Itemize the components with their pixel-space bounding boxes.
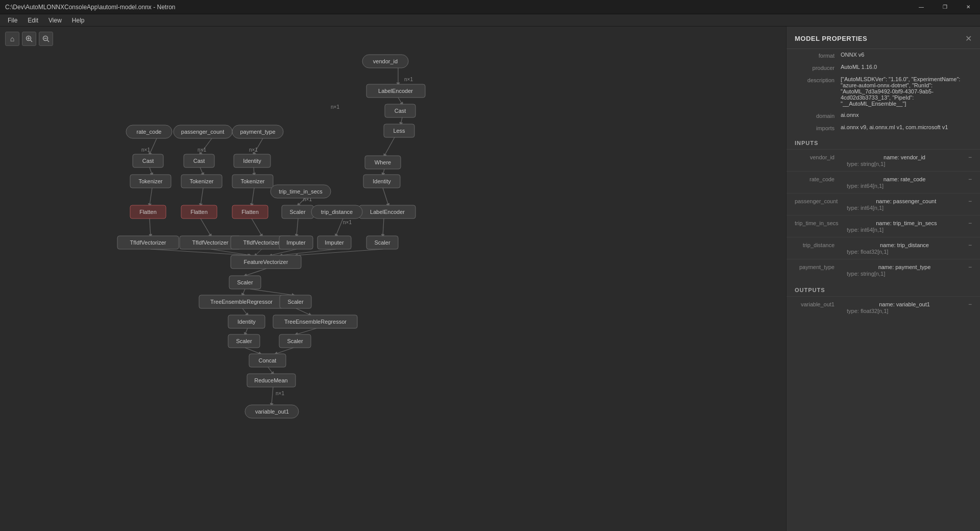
svg-text:Tokenizer: Tokenizer [189, 178, 213, 184]
input-rate-code-expand[interactable]: − [968, 176, 972, 183]
svg-line-22 [252, 188, 254, 205]
svg-line-35 [245, 269, 266, 276]
input-vendor-id-expand[interactable]: − [968, 154, 972, 161]
svg-text:Scaler: Scaler [236, 338, 252, 344]
input-vendor-id-name: name: vendor_id [884, 154, 925, 160]
svg-line-23 [150, 219, 151, 236]
svg-line-28 [336, 219, 343, 236]
sidebar-title: MODEL PROPERTIES [795, 35, 867, 42]
input-passenger-count-type: type: int64[n,1] [795, 205, 972, 213]
svg-line-13 [383, 219, 384, 236]
toolbar: ⌂ [5, 32, 53, 46]
svg-line-12 [383, 188, 388, 205]
input-payment-type-type: type: string[n,1] [795, 271, 972, 279]
input-rate-code[interactable]: rate_code name: rate_code − type: int64[… [787, 171, 980, 193]
input-passenger-count-name: name: passenger_count [876, 198, 936, 204]
svg-text:n×1: n×1 [141, 147, 150, 153]
input-passenger-count[interactable]: passenger_count name: passenger_count − … [787, 193, 980, 215]
svg-text:Flatten: Flatten [241, 209, 259, 215]
graph-area[interactable]: ⌂ [0, 27, 786, 531]
svg-text:n×1: n×1 [276, 391, 284, 396]
svg-text:n×1: n×1 [343, 220, 352, 225]
svg-text:Cast: Cast [193, 158, 205, 164]
svg-text:TfIdfVectorizer: TfIdfVectorizer [243, 239, 280, 246]
menu-edit[interactable]: Edit [22, 14, 43, 27]
svg-line-24 [201, 219, 211, 236]
svg-text:Scaler: Scaler [287, 338, 303, 344]
input-payment-type-expand[interactable]: − [968, 263, 972, 271]
input-rate-code-name: name: rate_code [884, 176, 926, 182]
svg-line-14 [150, 138, 157, 154]
minimize-button[interactable]: — [910, 0, 933, 14]
prop-domain: domain ai.onnx [787, 109, 980, 122]
svg-line-27 [297, 219, 298, 236]
svg-text:passenger_count: passenger_count [181, 129, 224, 135]
prop-producer: producer AutoML 1.16.0 [787, 61, 980, 74]
svg-line-44 [268, 367, 273, 374]
prop-imports: imports ai.onnx v9, ai.onnx.ml v1, com.m… [787, 122, 980, 134]
svg-text:n×1: n×1 [249, 147, 258, 153]
svg-text:Scaler: Scaler [237, 279, 253, 285]
sidebar-close-button[interactable]: ✕ [965, 34, 972, 43]
input-trip-time-type: type: int64[n,1] [795, 227, 972, 235]
close-window-button[interactable]: ✕ [957, 0, 980, 14]
prop-imports-value: ai.onnx v9, ai.onnx.ml v1, com.microsoft… [841, 124, 972, 131]
prop-domain-value: ai.onnx [841, 112, 972, 119]
svg-line-45 [272, 387, 273, 405]
svg-text:Tokenizer: Tokenizer [240, 178, 264, 184]
svg-text:Where: Where [375, 159, 391, 165]
svg-text:n×1: n×1 [331, 104, 339, 110]
output-variable-out1-type: type: float32[n,1] [795, 308, 972, 316]
menu-file[interactable]: File [3, 14, 22, 27]
svg-line-39 [296, 308, 310, 315]
svg-text:Identity: Identity [373, 178, 391, 184]
svg-line-25 [252, 219, 262, 236]
zoom-in-button[interactable] [22, 32, 36, 46]
prop-description-value: ["AutoMLSDKVer": "1.16.0", "ExperimentNa… [841, 76, 972, 107]
input-payment-type-label: payment_type [795, 264, 841, 270]
svg-text:n×1: n×1 [404, 77, 413, 82]
input-payment-type[interactable]: payment_type name: payment_type − type: … [787, 259, 980, 281]
prop-producer-label: producer [795, 64, 841, 71]
svg-text:Scaler: Scaler [287, 299, 304, 305]
output-variable-out1-expand[interactable]: − [968, 301, 972, 308]
input-trip-time-expand[interactable]: − [968, 220, 972, 227]
svg-text:Imputer: Imputer [286, 239, 306, 246]
input-vendor-id-label: vendor_id [795, 154, 841, 160]
svg-text:Identity: Identity [243, 158, 261, 164]
svg-text:Tokenizer: Tokenizer [138, 178, 162, 184]
input-passenger-count-expand[interactable]: − [968, 198, 972, 205]
svg-line-17 [150, 167, 152, 175]
input-trip-time[interactable]: trip_time_in_secs name: trip_time_in_sec… [787, 215, 980, 237]
output-variable-out1-name: name: variable_out1 [879, 301, 930, 307]
svg-text:Concat: Concat [259, 357, 277, 364]
svg-line-43 [276, 348, 293, 354]
input-vendor-id[interactable]: vendor_id name: vendor_id − type: string… [787, 149, 980, 171]
svg-text:ReduceMean: ReduceMean [254, 377, 287, 383]
svg-text:Scaler: Scaler [374, 239, 390, 246]
svg-line-1 [31, 40, 33, 42]
home-button[interactable]: ⌂ [5, 32, 19, 46]
svg-text:TreeEnsembleRegressor: TreeEnsembleRegressor [210, 299, 273, 305]
zoom-out-button[interactable] [39, 32, 53, 46]
restore-button[interactable]: ❐ [933, 0, 957, 14]
menu-view[interactable]: View [43, 14, 67, 27]
input-rate-code-label: rate_code [795, 176, 841, 182]
svg-text:TreeEnsembleRegressor: TreeEnsembleRegressor [284, 319, 347, 325]
prop-producer-value: AutoML 1.16.0 [841, 64, 972, 71]
input-rate-code-type: type: int64[n,1] [795, 183, 972, 191]
title-text: C:\Dev\AutoMLONNXConsoleApp\automl-model… [5, 4, 175, 11]
prop-format: format ONNX v6 [787, 49, 980, 61]
input-trip-distance-expand[interactable]: − [968, 242, 972, 249]
svg-line-18 [200, 167, 203, 175]
input-trip-distance-type: type: float32[n,1] [795, 249, 972, 257]
input-trip-distance[interactable]: trip_distance name: trip_distance − type… [787, 237, 980, 259]
svg-text:payment_type: payment_type [240, 129, 275, 135]
svg-line-19 [254, 167, 254, 175]
svg-text:LabelEncoder: LabelEncoder [378, 88, 413, 94]
svg-line-9 [401, 117, 402, 124]
menu-help[interactable]: Help [67, 14, 90, 27]
svg-text:Identity: Identity [237, 319, 256, 325]
output-variable-out1[interactable]: variable_out1 name: variable_out1 − type… [787, 296, 980, 318]
svg-line-11 [383, 169, 384, 175]
